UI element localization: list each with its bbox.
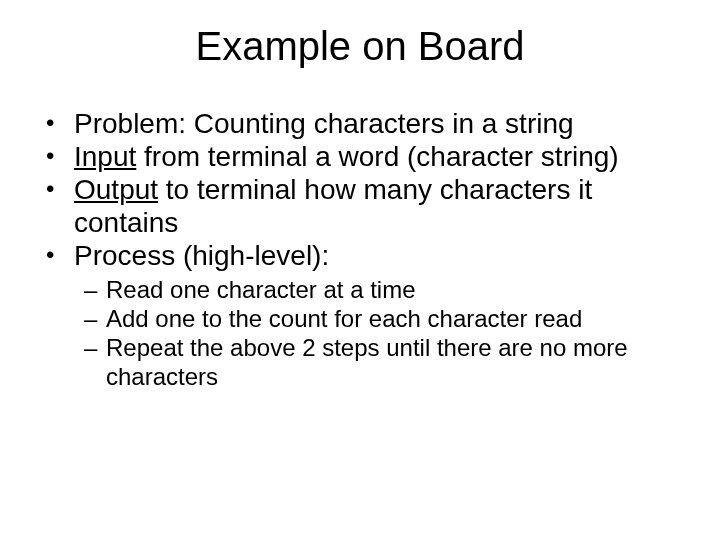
sub-list: Read one character at a time Add one to … xyxy=(30,276,690,391)
sub-item: Repeat the above 2 steps until there are… xyxy=(84,334,690,392)
bullet-text: from terminal a word (character string) xyxy=(136,141,618,172)
bullet-item: Problem: Counting characters in a string xyxy=(46,107,690,140)
bullet-item: Output to terminal how many characters i… xyxy=(46,173,690,239)
bullet-text: Process (high-level): xyxy=(74,240,329,271)
bullet-underlined: Output xyxy=(74,174,158,205)
bullet-item: Process (high-level): xyxy=(46,239,690,272)
slide-title: Example on Board xyxy=(30,24,690,69)
slide: Example on Board Problem: Counting chara… xyxy=(0,0,720,540)
bullet-item: Input from terminal a word (character st… xyxy=(46,140,690,173)
bullet-underlined: Input xyxy=(74,141,136,172)
sub-text: Repeat the above 2 steps until there are… xyxy=(106,334,628,390)
sub-item: Add one to the count for each character … xyxy=(84,305,690,334)
sub-text: Add one to the count for each character … xyxy=(106,305,582,332)
bullet-list: Problem: Counting characters in a string… xyxy=(30,107,690,272)
sub-text: Read one character at a time xyxy=(106,276,416,303)
bullet-text: Problem: Counting characters in a string xyxy=(74,108,574,139)
sub-item: Read one character at a time xyxy=(84,276,690,305)
